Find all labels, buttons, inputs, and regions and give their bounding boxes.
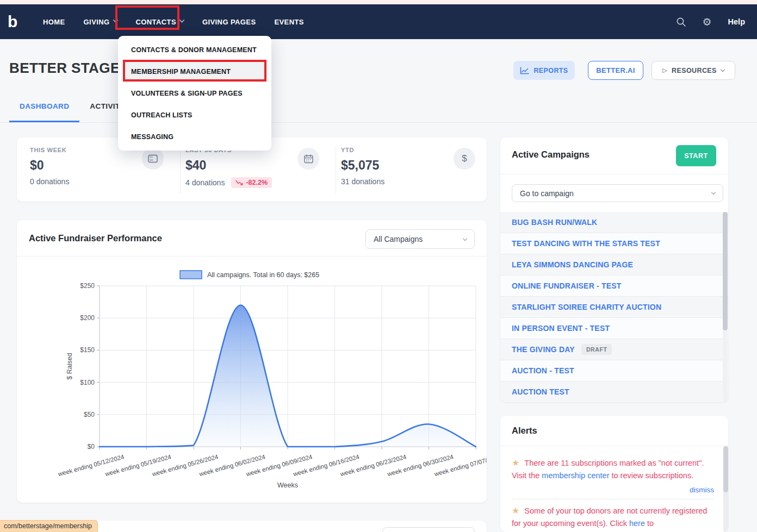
svg-text:$0: $0 [88,443,95,450]
tab-bar: DASHBOARD ACTIVITI [0,97,757,123]
stat-period-label: YTD [341,147,384,153]
campaign-label: STARLIGHT SOIREE CHARITY AUCTION [512,303,661,311]
go-to-campaign-value: Go to campaign [520,189,574,198]
calendar-icon [297,148,319,170]
delta-badge: -82.2% [231,177,272,188]
chevron-down-icon [721,67,725,72]
campaign-link[interactable]: BUG BASH RUN/WALK [500,212,728,233]
fundraiser-performance-card: Active Fundraiser Performance All Campai… [17,220,487,503]
nav-item-label: EVENTS [274,18,303,26]
campaign-link[interactable]: AUCTION - TEST [500,360,728,381]
svg-text:$50: $50 [84,411,95,418]
campaign-filter-select[interactable]: All Campaigns [365,229,475,249]
divider [500,174,728,174]
contacts-dropdown-menu: CONTACTS & DONOR MANAGEMENT MEMBERSHIP M… [118,36,271,151]
line-chart-icon [520,67,529,74]
stat-amount: $40 [185,158,272,173]
svg-text:Weeks: Weeks [277,481,298,489]
nav-item-contacts[interactable]: CONTACTS [127,12,193,32]
nav-item-label: GIVING [84,18,110,26]
search-icon[interactable] [676,17,686,27]
svg-text:$150: $150 [80,346,95,354]
campaign-link[interactable]: TEST DANCING WITH THE STARS TEST [500,233,728,254]
alert-top-donors: ★Some of your top donors are not current… [512,504,714,530]
chevron-down-icon [179,17,185,23]
link-preview-text: com/betterstage/membership [4,522,92,530]
reports-button[interactable]: REPORTS [513,61,575,80]
campaign-filter-value: All Campaigns [374,235,423,243]
nav-item-events[interactable]: EVENTS [265,12,313,32]
stat-donations-count: 0 donations [30,177,69,186]
go-to-campaign-select[interactable]: Go to campaign [512,184,723,202]
scrollbar-thumb[interactable] [723,212,728,330]
nav-item-label: HOME [43,18,65,26]
nav-item-label: CONTACTS [136,18,176,26]
here-link[interactable]: here [629,519,645,528]
window-top-strip [0,0,757,4]
nav-item-label: GIVING PAGES [202,18,256,26]
scrollbar-thumb[interactable] [723,446,728,492]
campaign-label: TEST DANCING WITH THE STARS TEST [512,239,660,248]
star-icon: ★ [512,458,519,467]
divider [336,147,336,193]
campaign-link[interactable]: IN PERSON EVENT - TEST [500,318,728,339]
resources-button[interactable]: ▷ RESOURCES [651,61,735,80]
alerts-title: Alerts [512,425,537,436]
menu-item-contacts-donor-management[interactable]: CONTACTS & DONOR MANAGEMENT [118,39,271,61]
svg-text:$200: $200 [80,314,95,322]
campaign-link[interactable]: ONLINE FUNDRAISER - TEST [500,276,728,297]
campaign-link[interactable]: THE GIVING DAYDRAFT [500,339,728,360]
dollar-icon: $ [454,148,475,170]
campaign-link[interactable]: LEYA SIMMONS DANCING PAGE [500,254,728,276]
nav-menu: HOME GIVING CONTACTS GIVING PAGES EVENTS [34,12,313,32]
chevron-down-icon [113,17,118,23]
app-logo[interactable]: b [8,14,24,30]
alert-text: to [645,519,654,528]
menu-item-membership-management[interactable]: MEMBERSHIP MANAGEMENT [123,61,266,83]
menu-item-volunteers-signup-pages[interactable]: VOLUNTEERS & SIGN-UP PAGES [118,83,271,104]
alert-subscriptions: ★There are 11 subscriptions marked as "n… [512,456,714,496]
stat-amount: $5,075 [341,158,384,173]
stat-donations-count: 31 donations [341,177,384,186]
alerts-card: Alerts ★There are 11 subscriptions marke… [500,416,728,532]
window-calendar-icon [142,148,164,170]
top-navbar: b HOME GIVING CONTACTS GIVING PAGES EVEN… [0,4,757,39]
next-section-select[interactable] [382,527,475,532]
menu-item-outreach-lists[interactable]: OUTREACH LISTS [118,104,271,126]
page-title: BETTER STAGE [9,60,120,77]
svg-text:$250: $250 [80,282,95,290]
active-campaigns-card: Active Campaigns START Go to campaign BU… [500,137,728,402]
campaign-link[interactable]: AUCTION TEST [500,381,728,402]
chevron-down-icon [463,236,467,240]
menu-item-messaging[interactable]: MESSAGING [118,126,271,148]
campaign-label: THE GIVING DAY [512,345,575,354]
start-campaign-button[interactable]: START [676,145,716,166]
nav-item-home[interactable]: HOME [34,12,75,32]
stat-last-30-days: LAST 30 DAYS $40 4 donations -82.2% [185,147,272,188]
alert-text: Some of your top donors are not currentl… [512,506,707,528]
alert-text: to review subscriptions. [609,471,693,480]
svg-text:$ Raised: $ Raised [66,353,73,379]
delta-value: -82.2% [246,179,268,186]
trend-down-icon [235,180,243,185]
dismiss-link[interactable]: dismiss [512,484,714,496]
campaign-link[interactable]: STARLIGHT SOIREE CHARITY AUCTION [500,297,728,318]
membership-center-link[interactable]: membership center [542,471,609,480]
navbar-right: ⚙ Help [676,17,757,27]
play-outline-icon: ▷ [662,67,667,74]
help-link[interactable]: Help [728,17,745,26]
nav-item-giving-pages[interactable]: GIVING PAGES [193,12,265,32]
campaign-label: AUCTION - TEST [512,366,574,375]
divider [180,147,181,193]
star-icon: ★ [512,506,519,515]
campaign-label: ONLINE FUNDRAISER - TEST [512,281,622,290]
campaign-label: IN PERSON EVENT - TEST [512,324,610,333]
draft-badge: DRAFT [581,344,612,355]
area-chart: All campaigns. Total in 60 days: $265$0$… [17,256,487,503]
better-ai-button[interactable]: BETTER.AI [588,61,643,80]
nav-item-giving[interactable]: GIVING [75,12,127,32]
campaign-label: BUG BASH RUN/WALK [512,218,597,227]
tab-dashboard[interactable]: DASHBOARD [9,97,79,122]
gear-icon[interactable]: ⚙ [703,17,712,27]
divider [512,499,714,499]
